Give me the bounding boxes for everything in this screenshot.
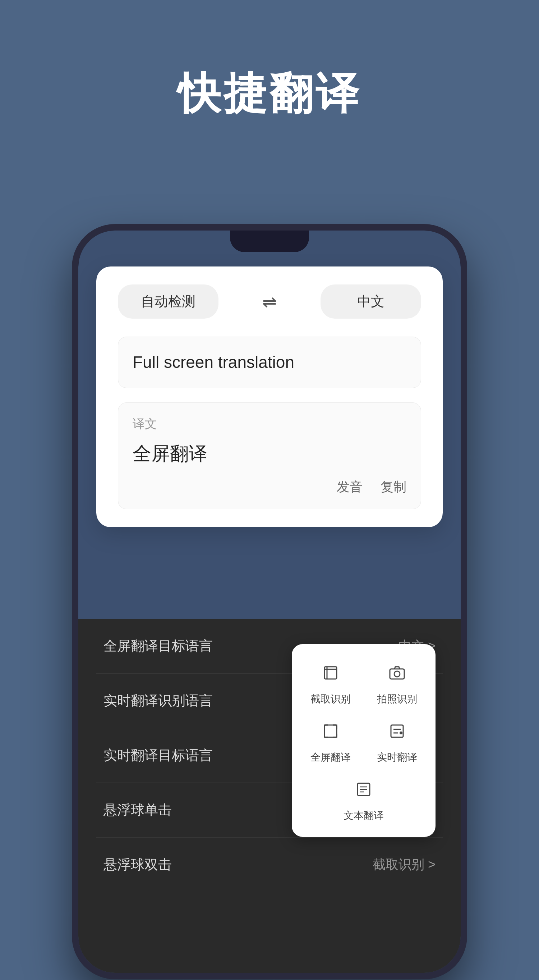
language-selector-row: 自动检测 ⇌ 中文 [118, 285, 421, 319]
svg-rect-3 [390, 669, 404, 679]
svg-rect-6 [391, 725, 403, 737]
phone-screen: 自动检测 ⇌ 中文 Full screen translation 译文 全屏翻… [78, 231, 461, 973]
float-ball-single-click-label: 悬浮球单击 [103, 801, 172, 819]
float-ball-double-click-label: 悬浮球双击 [103, 856, 172, 874]
realtime-translate-item[interactable]: 实时翻译 [369, 717, 425, 764]
fullscreen-translate-label: 全屏翻译 [311, 751, 351, 764]
float-ball-double-click-value: 截取识别 > [373, 856, 436, 873]
text-translate-item[interactable]: 文本翻译 [303, 775, 425, 822]
float-action-panel: 截取识别 拍照识别 [292, 644, 436, 837]
fullscreen-translate-item[interactable]: 全屏翻译 [303, 717, 358, 764]
swap-languages-icon[interactable]: ⇌ [262, 292, 277, 312]
result-label: 译文 [133, 416, 406, 432]
photo-recognize-item[interactable]: 拍照识别 [369, 659, 425, 706]
target-language-button[interactable]: 中文 [320, 285, 421, 319]
svg-rect-5 [325, 725, 337, 737]
camera-icon [383, 659, 411, 687]
page-title: 快捷翻译 [178, 65, 361, 123]
svg-point-9 [399, 732, 403, 734]
text-icon [349, 775, 378, 804]
input-text: Full screen translation [133, 350, 406, 375]
main-card: 自动检测 ⇌ 中文 Full screen translation 译文 全屏翻… [96, 266, 443, 527]
result-actions: 发音 复制 [133, 478, 406, 496]
volume-down-button [72, 371, 73, 399]
svg-point-4 [394, 671, 400, 677]
realtime-translate-label: 实时翻译 [377, 751, 417, 764]
realtime-source-lang-label: 实时翻译识别语言 [103, 692, 213, 710]
translation-input-area[interactable]: Full screen translation [118, 337, 421, 388]
power-button [466, 345, 467, 392]
crop-recognize-label: 截取识别 [311, 692, 351, 706]
phone-notch [230, 231, 309, 252]
realtime-target-lang-label: 实时翻译目标语言 [103, 746, 213, 765]
fullscreen-icon [316, 717, 345, 746]
svg-rect-0 [325, 667, 337, 679]
translation-result-area: 译文 全屏翻译 发音 复制 [118, 402, 421, 509]
phone-frame: 自动检测 ⇌ 中文 Full screen translation 译文 全屏翻… [72, 224, 467, 979]
fullscreen-target-lang-label: 全屏翻译目标语言 [103, 637, 213, 655]
text-translate-label: 文本翻译 [344, 809, 384, 822]
crop-recognize-item[interactable]: 截取识别 [303, 659, 358, 706]
photo-recognize-label: 拍照识别 [377, 692, 417, 706]
copy-button[interactable]: 复制 [380, 478, 406, 496]
pronounce-button[interactable]: 发音 [337, 478, 363, 496]
float-ball-double-click-item[interactable]: 悬浮球双击 截取识别 > [96, 838, 443, 892]
source-language-button[interactable]: 自动检测 [118, 285, 219, 319]
result-text: 全屏翻译 [133, 439, 406, 468]
crop-icon [316, 659, 345, 687]
realtime-icon [383, 717, 411, 746]
volume-up-button [72, 331, 73, 360]
